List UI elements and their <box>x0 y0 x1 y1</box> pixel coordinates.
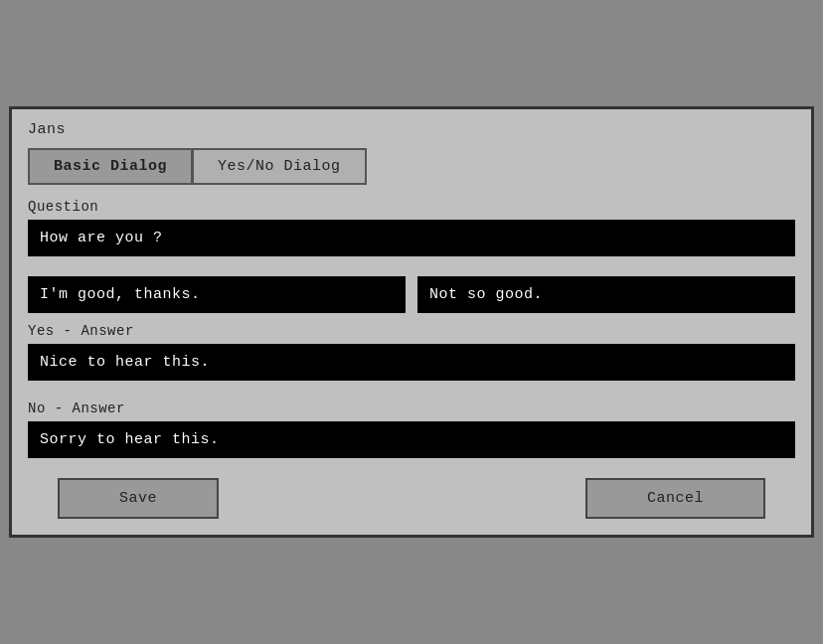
dialog-window: Jans Basic Dialog Yes/No Dialog Question… <box>9 106 814 538</box>
no-answer-section: No - Answer <box>28 401 795 468</box>
answer-yes-input[interactable] <box>28 276 406 313</box>
answer-no-input[interactable] <box>417 276 795 313</box>
yes-answer-input[interactable] <box>28 344 795 381</box>
no-answer-input[interactable] <box>28 421 795 458</box>
answer-row <box>28 276 795 313</box>
yes-answer-label: Yes - Answer <box>28 323 795 339</box>
save-button[interactable]: Save <box>58 478 219 519</box>
tab-yesno-dialog[interactable]: Yes/No Dialog <box>192 148 367 185</box>
button-row: Save Cancel <box>28 478 795 519</box>
no-answer-label: No - Answer <box>28 401 795 416</box>
tab-bar: Basic Dialog Yes/No Dialog <box>28 148 795 185</box>
question-input[interactable] <box>28 220 795 256</box>
cancel-button[interactable]: Cancel <box>585 478 765 519</box>
window-title: Jans <box>28 121 795 138</box>
question-label: Question <box>28 199 795 215</box>
question-section: Question <box>28 199 795 266</box>
tab-basic-dialog[interactable]: Basic Dialog <box>28 148 192 185</box>
yes-answer-section: Yes - Answer <box>28 323 795 391</box>
